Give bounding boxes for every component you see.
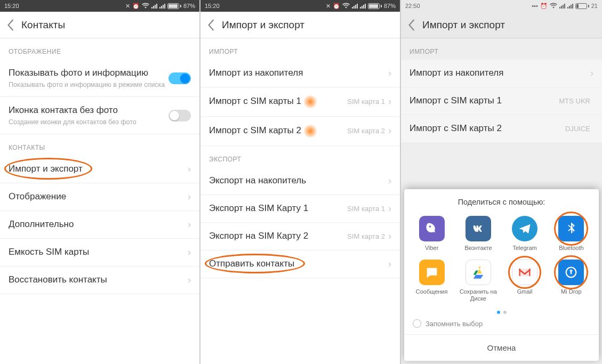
row-value: SIM карта 2: [347, 232, 385, 240]
row-label: Импорт с SIM карты 1: [410, 95, 502, 107]
app-label: Сохранить на Диске: [458, 288, 499, 302]
row-label: Восстановить контакты: [9, 274, 107, 286]
row-value: MTS UKR: [559, 97, 591, 105]
app-label: Viber: [425, 245, 438, 252]
battery-icon: [575, 3, 589, 9]
bluetooth-icon: [558, 216, 584, 241]
section-display: ОТОБРАЖЕНИЕ: [0, 38, 199, 60]
section-contacts: КОНТАКТЫ: [0, 134, 199, 156]
chevron-right-icon: ›: [590, 68, 593, 79]
row-label: Отправить контакты: [209, 258, 294, 270]
row-icon-no-photo[interactable]: Иконка контакта без фото Создание иконки…: [0, 97, 199, 134]
wifi-icon: [342, 3, 350, 10]
wifi-icon: [550, 3, 557, 10]
remember-choice[interactable]: Запомнить выбор: [404, 316, 599, 334]
status-bar: 22:50 ••• ⏰ 21: [401, 0, 602, 12]
signal-2-icon: [567, 3, 573, 9]
row-import-export[interactable]: Импорт и экспорт ›: [0, 156, 199, 183]
dnd-icon: ✕: [326, 3, 331, 10]
alarm-icon: ⏰: [540, 3, 548, 10]
wifi-icon: [142, 3, 149, 10]
alarm-icon: ⏰: [132, 3, 140, 10]
chevron-right-icon: ›: [188, 274, 191, 286]
row-sim-capacity[interactable]: Емкость SIM карты ›: [0, 239, 199, 266]
row-display[interactable]: Отображение ›: [0, 183, 199, 211]
share-grid: Viber Вконтакте Telegram: [404, 212, 599, 306]
row-export-storage[interactable]: Экспорт на накопитель ›: [200, 167, 400, 195]
app-messages[interactable]: Сообщения: [410, 260, 454, 302]
row-label: Импорт с SIM карты 2: [410, 123, 502, 135]
screen-contacts: 15:20 ✕ ⏰ 87% Контакты ОТОБРАЖЕНИЕ: [0, 0, 200, 364]
page-title: Импорт и экспорт: [422, 19, 505, 31]
row-value: DJUICE: [565, 125, 590, 133]
app-gmail[interactable]: Gmail: [503, 260, 547, 302]
toggle-icon-no-photo[interactable]: [168, 110, 191, 122]
status-bar: 15:20 ✕ ⏰ 87%: [0, 0, 199, 12]
row-restore[interactable]: Восстановить контакты ›: [0, 266, 199, 294]
row-sub: Показывать фото и информацию в режиме сп…: [9, 80, 168, 89]
row-import-sim2[interactable]: Импорт с SIM карты 2 SIM карта 2 ›: [200, 117, 400, 146]
pager-dot-1: [497, 311, 500, 314]
vk-icon: [465, 216, 491, 241]
battery-icon: [368, 3, 382, 9]
page-title: Импорт и экспорт: [222, 19, 304, 31]
cancel-button[interactable]: Отмена: [404, 334, 599, 361]
row-advanced[interactable]: Дополнительно ›: [0, 211, 199, 239]
clock: 15:20: [4, 3, 19, 9]
screen-import-export: 15:20 ✕ ⏰ 87% Импорт и экспорт ИМПОР: [200, 0, 401, 364]
battery-text: 87%: [183, 3, 195, 9]
app-drive[interactable]: Сохранить на Диске: [456, 260, 500, 302]
pager-dot-2: [503, 311, 507, 314]
row-show-photo[interactable]: Показывать фото и информацию Показывать …: [0, 60, 199, 97]
chevron-right-icon: ›: [388, 96, 391, 107]
clock: 22:50: [405, 3, 420, 9]
toggle-show-photo[interactable]: [168, 72, 191, 84]
app-telegram[interactable]: Telegram: [503, 216, 547, 252]
page-header: Контакты: [0, 12, 199, 38]
row-label: Импорт и экспорт: [9, 163, 83, 175]
app-vk[interactable]: Вконтакте: [456, 216, 500, 252]
row-import-sim2[interactable]: Импорт с SIM карты 2 DJUICE: [401, 115, 602, 143]
app-viber[interactable]: Viber: [410, 216, 454, 252]
battery-icon: [167, 3, 181, 9]
back-button[interactable]: [405, 19, 418, 31]
highlight-dot-icon: [303, 124, 317, 138]
pager: [404, 306, 599, 316]
app-bluetooth[interactable]: Bluetooth: [549, 216, 593, 252]
sheet-title: Поделиться с помощью:: [404, 189, 599, 212]
row-title: Иконка контакта без фото: [9, 104, 168, 117]
row-import-storage[interactable]: Импорт из накопителя ›: [401, 60, 602, 87]
row-export-sim1[interactable]: Экспорт на SIM Карту 1 SIM карта 1 ›: [200, 195, 400, 223]
chevron-right-icon: ›: [388, 175, 391, 187]
messages-icon: [419, 260, 445, 285]
row-import-sim1[interactable]: Импорт с SIM карты 1 MTS UKR: [401, 87, 602, 115]
page-title: Контакты: [21, 19, 65, 31]
viber-icon: [419, 216, 445, 241]
row-import-storage[interactable]: Импорт из накопителя ›: [200, 60, 400, 87]
battery-text: 87%: [384, 3, 396, 9]
radio-icon: [413, 319, 421, 328]
telegram-icon: [512, 216, 537, 241]
row-label: Дополнительно: [9, 219, 74, 231]
battery-text: 21: [591, 3, 598, 9]
row-send-contacts[interactable]: Отправить контакты ›: [200, 250, 400, 278]
chevron-right-icon: ›: [388, 231, 391, 242]
share-sheet: Поделиться с помощью: Viber Вконтакте: [404, 189, 599, 361]
chevron-right-icon: ›: [388, 68, 391, 79]
more-icon: •••: [532, 3, 538, 9]
back-button[interactable]: [205, 19, 218, 31]
app-label: Вконтакте: [464, 245, 492, 252]
back-button[interactable]: [4, 19, 17, 31]
row-import-sim1[interactable]: Импорт с SIM карты 1 SIM карта 1 ›: [200, 87, 400, 117]
row-label: Экспорт на SIM Карту 1: [209, 203, 308, 215]
chevron-right-icon: ›: [388, 125, 391, 136]
chevron-right-icon: ›: [388, 258, 391, 270]
section-export: ЭКСПОРТ: [200, 146, 400, 167]
app-midrop[interactable]: Mi Drop: [549, 260, 593, 302]
row-label: Импорт из накопителя: [410, 67, 503, 79]
chevron-right-icon: ›: [188, 219, 191, 230]
page-header: Импорт и экспорт: [200, 12, 400, 38]
dnd-icon: ✕: [125, 3, 130, 10]
row-export-sim2[interactable]: Экспорт на SIM Карту 2 SIM карта 2 ›: [200, 223, 400, 250]
row-label: Экспорт на SIM Карту 2: [209, 230, 308, 242]
